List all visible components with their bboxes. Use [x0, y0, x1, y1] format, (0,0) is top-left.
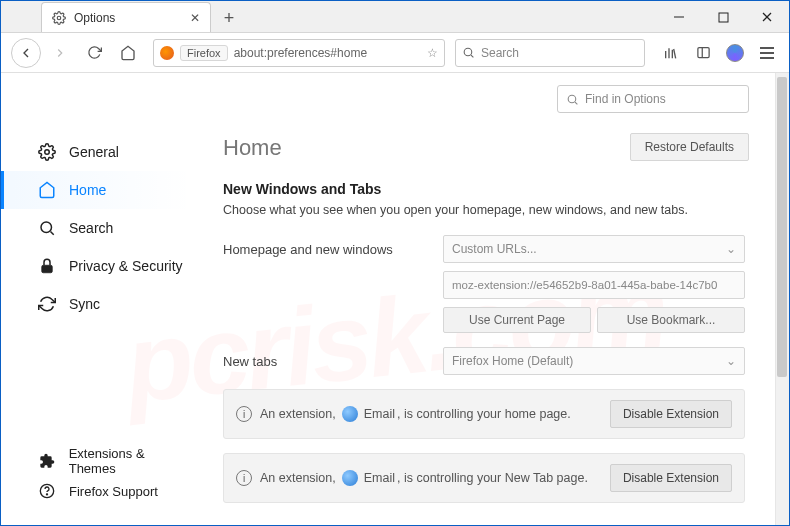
find-in-options-input[interactable]: Find in Options	[557, 85, 749, 113]
main-panel: Find in Options Home Restore Defaults Ne…	[193, 73, 789, 526]
use-bookmark-button[interactable]: Use Bookmark...	[597, 307, 745, 333]
newtabs-dropdown[interactable]: Firefox Home (Default)	[443, 347, 745, 375]
disable-extension-button[interactable]: Disable Extension	[610, 464, 732, 492]
navigation-toolbar: Firefox about:preferences#home ☆ Search	[1, 33, 789, 73]
forward-button[interactable]	[45, 38, 75, 68]
search-icon	[566, 93, 579, 106]
sidebar-item-sync[interactable]: Sync	[1, 285, 193, 323]
section-title: New Windows and Tabs	[223, 181, 745, 197]
url-text: about:preferences#home	[234, 46, 367, 60]
home-button[interactable]	[113, 38, 143, 68]
puzzle-icon	[37, 451, 57, 471]
svg-point-0	[57, 16, 61, 20]
help-icon	[37, 481, 57, 501]
firefox-icon	[160, 46, 174, 60]
sidebar-label: Extensions & Themes	[69, 446, 193, 476]
extension-icon	[342, 406, 358, 422]
window-close-button[interactable]	[745, 2, 789, 32]
sidebar-item-privacy[interactable]: Privacy & Security	[1, 247, 193, 285]
svg-rect-11	[697, 48, 708, 58]
extension-icon	[342, 470, 358, 486]
info-icon: i	[236, 406, 252, 422]
sidebar-label: Home	[69, 182, 106, 198]
gear-icon	[52, 11, 66, 25]
sidebar-label: Sync	[69, 296, 100, 312]
close-tab-icon[interactable]: ✕	[190, 11, 200, 25]
library-icon[interactable]	[659, 41, 683, 65]
new-tab-button[interactable]: +	[215, 4, 243, 32]
extension-notice-homepage: i An extension, Email, is controlling yo…	[223, 389, 745, 439]
address-bar[interactable]: Firefox about:preferences#home ☆	[153, 39, 445, 67]
sidebar-icon[interactable]	[691, 41, 715, 65]
browser-tab[interactable]: Options ✕	[41, 2, 211, 32]
bookmark-star-icon[interactable]: ☆	[427, 46, 438, 60]
svg-point-19	[568, 95, 576, 103]
info-icon: i	[236, 470, 252, 486]
disable-extension-button[interactable]: Disable Extension	[610, 400, 732, 428]
sidebar: General Home Search Privacy & Security S…	[1, 73, 193, 526]
sidebar-label: Firefox Support	[69, 484, 158, 499]
search-icon	[462, 46, 475, 59]
homepage-label: Homepage and new windows	[223, 242, 443, 257]
identity-label: Firefox	[180, 45, 228, 61]
search-placeholder: Search	[481, 46, 519, 60]
gear-icon	[37, 142, 57, 162]
lock-icon	[37, 256, 57, 276]
homepage-url-input[interactable]: moz-extension://e54652b9-8a01-445a-babe-…	[443, 271, 745, 299]
svg-line-20	[575, 102, 577, 104]
home-icon	[37, 180, 57, 200]
sidebar-item-general[interactable]: General	[1, 133, 193, 171]
extension-notice-newtab: i An extension, Email, is controlling yo…	[223, 453, 745, 503]
tab-title: Options	[74, 11, 115, 25]
title-bar: Options ✕ +	[1, 1, 789, 33]
sidebar-item-search[interactable]: Search	[1, 209, 193, 247]
back-button[interactable]	[11, 38, 41, 68]
svg-rect-2	[719, 13, 728, 22]
svg-rect-16	[42, 265, 53, 273]
reload-button[interactable]	[79, 38, 109, 68]
sidebar-label: General	[69, 144, 119, 160]
scrollbar-thumb[interactable]	[777, 77, 787, 377]
sidebar-label: Privacy & Security	[69, 258, 183, 274]
section-description: Choose what you see when you open your h…	[223, 203, 745, 217]
newtabs-label: New tabs	[223, 354, 443, 369]
svg-line-15	[50, 231, 53, 234]
use-current-page-button[interactable]: Use Current Page	[443, 307, 591, 333]
profile-icon[interactable]	[723, 41, 747, 65]
window-minimize-button[interactable]	[657, 2, 701, 32]
search-icon	[37, 218, 57, 238]
svg-point-13	[45, 150, 50, 155]
sidebar-item-home[interactable]: Home	[1, 171, 193, 209]
scrollbar[interactable]	[775, 73, 789, 526]
search-bar[interactable]: Search	[455, 39, 645, 67]
svg-point-5	[464, 48, 472, 56]
sidebar-item-support[interactable]: Firefox Support	[1, 476, 193, 506]
svg-point-14	[41, 222, 52, 233]
sidebar-item-extensions[interactable]: Extensions & Themes	[1, 446, 193, 476]
svg-point-18	[46, 494, 47, 495]
menu-button[interactable]	[755, 41, 779, 65]
sidebar-label: Search	[69, 220, 113, 236]
homepage-dropdown[interactable]: Custom URLs...	[443, 235, 745, 263]
window-maximize-button[interactable]	[701, 2, 745, 32]
restore-defaults-button[interactable]: Restore Defaults	[630, 133, 749, 161]
find-placeholder: Find in Options	[585, 92, 666, 106]
sync-icon	[37, 294, 57, 314]
svg-line-6	[471, 55, 473, 57]
svg-line-10	[674, 49, 676, 58]
